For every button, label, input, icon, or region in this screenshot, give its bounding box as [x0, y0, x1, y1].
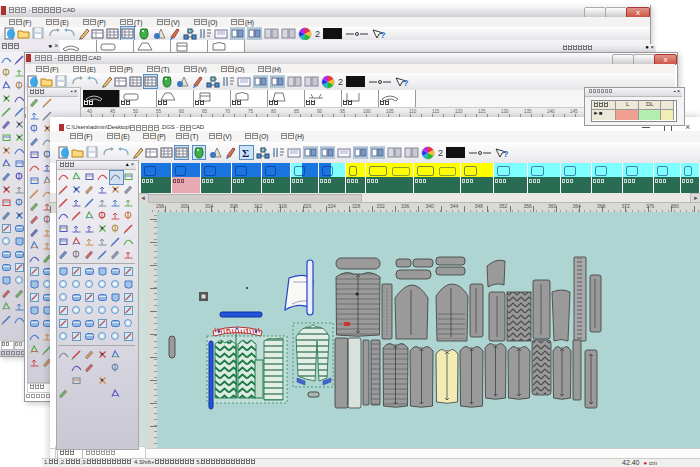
svg-text:60: 60: [179, 109, 185, 114]
svg-text:135: 135: [524, 109, 532, 114]
svg-text:332: 332: [377, 203, 386, 209]
svg-text:110: 110: [409, 109, 417, 114]
svg-text:368: 368: [597, 203, 606, 209]
svg-text:360: 360: [548, 203, 557, 209]
svg-text:316: 316: [279, 203, 288, 209]
svg-text:145: 145: [570, 109, 578, 114]
svg-text:75: 75: [248, 109, 254, 114]
svg-text:296: 296: [156, 203, 165, 209]
svg-text:85: 85: [294, 109, 300, 114]
svg-text:364: 364: [573, 203, 582, 209]
svg-text:356: 356: [524, 203, 533, 209]
svg-text:348: 348: [475, 203, 484, 209]
svg-text:130: 130: [501, 109, 509, 114]
svg-text:372: 372: [622, 203, 631, 209]
svg-text:140: 140: [547, 109, 555, 114]
svg-text:125: 125: [478, 109, 486, 114]
svg-text:?: ?: [503, 149, 509, 159]
svg-text:100: 100: [363, 109, 371, 114]
svg-text:90: 90: [317, 109, 323, 114]
svg-text:70: 70: [225, 109, 231, 114]
svg-text:?: ?: [380, 30, 386, 40]
svg-text:312: 312: [254, 203, 263, 209]
svg-text:115: 115: [432, 109, 440, 114]
svg-text:2: 2: [338, 77, 343, 87]
svg-text:50: 50: [133, 109, 139, 114]
svg-text:328: 328: [352, 203, 361, 209]
svg-text:300: 300: [181, 203, 190, 209]
svg-text:380: 380: [671, 203, 680, 209]
svg-text:320: 320: [303, 203, 312, 209]
svg-text:308: 308: [230, 203, 239, 209]
svg-text:352: 352: [499, 203, 508, 209]
svg-text:?: ?: [403, 78, 409, 88]
svg-text:2: 2: [438, 148, 443, 158]
svg-text:344: 344: [450, 203, 459, 209]
svg-text:2: 2: [315, 29, 320, 39]
svg-text:Σ: Σ: [242, 147, 249, 159]
svg-text:376: 376: [646, 203, 655, 209]
svg-text:324: 324: [328, 203, 337, 209]
svg-text:336: 336: [401, 203, 410, 209]
svg-text:120: 120: [455, 109, 463, 114]
svg-text:340: 340: [426, 203, 435, 209]
svg-text:304: 304: [205, 203, 214, 209]
svg-text:45: 45: [110, 109, 116, 114]
